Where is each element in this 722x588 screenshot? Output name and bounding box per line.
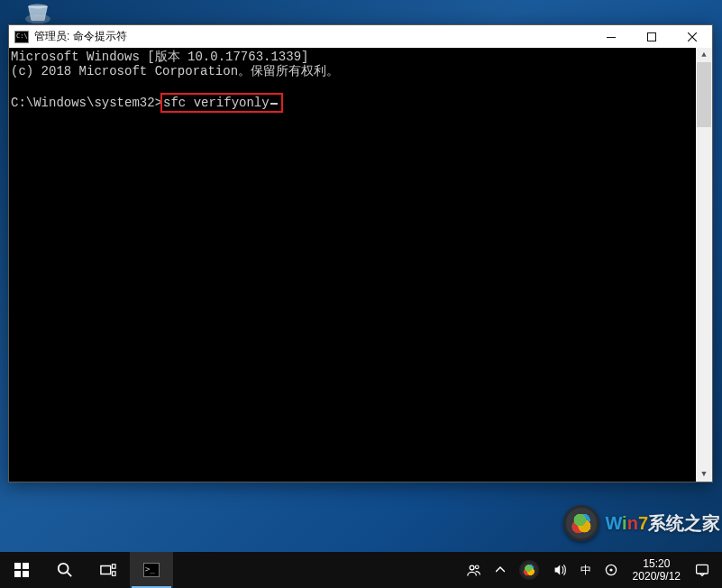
titlebar[interactable]: C:\ 管理员: 命令提示符: [9, 25, 712, 48]
watermark-text: Win7系统之家: [605, 511, 720, 536]
window-title: 管理员: 命令提示符: [34, 29, 590, 44]
scroll-down-button[interactable]: ▼: [697, 467, 711, 482]
svg-rect-5: [23, 563, 29, 569]
close-button[interactable]: [672, 25, 712, 48]
clock-date: 2020/9/12: [633, 570, 681, 583]
terminal-body[interactable]: Microsoft Windows [版本 10.0.17763.1339] (…: [9, 48, 712, 482]
scrollbar-thumb[interactable]: [697, 62, 711, 127]
svg-rect-11: [113, 565, 116, 569]
terminal-prompt: C:\Windows\system32>: [11, 96, 162, 110]
window-controls: [590, 25, 712, 48]
search-button[interactable]: [43, 552, 87, 588]
svg-point-8: [59, 564, 69, 574]
clock-time: 15:20: [633, 557, 681, 570]
task-view-button[interactable]: [87, 552, 130, 588]
taskbar-clock[interactable]: 15:20 2020/9/12: [626, 557, 688, 583]
svg-rect-6: [14, 571, 21, 577]
svg-rect-4: [14, 563, 21, 569]
cursor-icon: [270, 103, 278, 105]
location-tray-icon[interactable]: [597, 552, 626, 588]
svg-point-13: [470, 565, 474, 570]
svg-point-16: [609, 568, 612, 571]
tray-app-icon[interactable]: [512, 552, 546, 588]
watermark-mini-icon: [519, 560, 539, 580]
terminal-line: (c) 2018 Microsoft Corporation。保留所有权利。: [11, 64, 339, 78]
svg-rect-17: [697, 565, 708, 574]
svg-rect-12: [113, 572, 116, 576]
svg-rect-3: [647, 32, 655, 41]
svg-line-9: [68, 573, 72, 577]
volume-button[interactable]: [546, 552, 575, 588]
svg-rect-7: [23, 571, 29, 577]
svg-rect-10: [101, 566, 111, 574]
cmd-title-icon: C:\: [14, 31, 29, 43]
svg-rect-2: [607, 37, 616, 38]
tray-overflow-button[interactable]: [489, 552, 512, 588]
svg-point-14: [475, 565, 479, 569]
terminal-command: sfc verifyonly: [163, 96, 270, 110]
start-button[interactable]: [0, 552, 43, 588]
highlighted-command: sfc verifyonly: [160, 93, 283, 113]
action-center-button[interactable]: [688, 552, 717, 588]
recycle-bin-icon[interactable]: [18, 0, 58, 25]
terminal-line: Microsoft Windows [版本 10.0.17763.1339]: [11, 50, 308, 64]
people-button[interactable]: [460, 552, 489, 588]
scroll-up-button[interactable]: ▲: [697, 48, 711, 62]
cmd-window: C:\ 管理员: 命令提示符 Microsoft Windows [版本 10.…: [8, 24, 713, 482]
maximize-button[interactable]: [631, 25, 672, 48]
taskbar-cmd-button[interactable]: [130, 552, 173, 588]
watermark: Win7系统之家: [563, 505, 720, 541]
svg-point-1: [29, 4, 48, 8]
minimize-button[interactable]: [590, 25, 631, 48]
cmd-icon: [143, 563, 160, 577]
taskbar: 中 15:20 2020/9/12: [0, 552, 722, 588]
watermark-logo-icon: [563, 505, 599, 541]
ime-button[interactable]: 中: [575, 552, 597, 588]
